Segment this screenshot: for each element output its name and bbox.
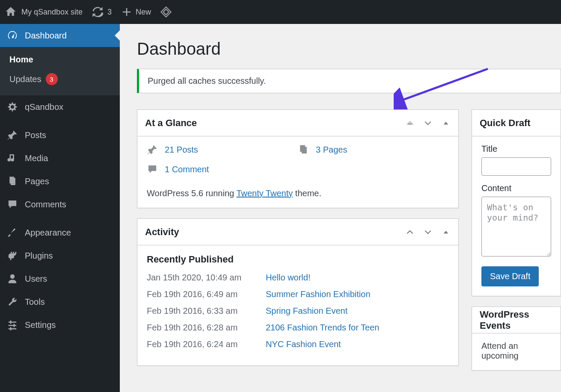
- comment-icon: [147, 164, 160, 175]
- activity-row: Feb 19th 2016, 6:49 am Summer Fashion Ex…: [147, 289, 449, 299]
- adminbar-site-name: My qSandbox site: [21, 8, 83, 17]
- menu-qsandbox[interactable]: qSandbox: [0, 95, 120, 118]
- save-draft-button[interactable]: Save Draft: [481, 266, 539, 286]
- activity-link[interactable]: Spring Fashion Event: [266, 306, 347, 315]
- refresh-icon: [92, 6, 103, 18]
- qd-title-label: Title: [481, 144, 551, 154]
- brush-icon: [7, 227, 18, 238]
- glance-title: At a Glance: [145, 118, 197, 129]
- postbox-quick-draft: Quick Draft Title Content Save Draft: [472, 109, 561, 296]
- activity-link[interactable]: NYC Fashion Event: [266, 339, 341, 349]
- pages-icon: [7, 176, 18, 187]
- quickdraft-title: Quick Draft: [480, 118, 531, 129]
- submenu-home[interactable]: Home: [0, 50, 120, 69]
- menu-dashboard[interactable]: Dashboard: [0, 24, 120, 47]
- activity-link[interactable]: Summer Fashion Exhibition: [266, 289, 371, 299]
- adminbar-refresh-count: 3: [107, 8, 112, 17]
- home-icon: [5, 6, 16, 18]
- wrench-icon: [7, 296, 18, 307]
- page-title: Dashboard: [137, 39, 561, 59]
- menu-pages[interactable]: Pages: [0, 170, 120, 193]
- diamond-icon: [160, 6, 172, 18]
- move-up-button[interactable]: [405, 227, 415, 237]
- postbox-header: Quick Draft: [472, 110, 561, 136]
- activity-row: Feb 19th 2016, 6:33 am Spring Fashion Ev…: [147, 306, 449, 316]
- adminbar-new[interactable]: New: [121, 6, 151, 18]
- admin-bar: My qSandbox site 3 New: [0, 0, 561, 24]
- postbox-header: WordPress Events: [472, 307, 561, 333]
- svg-rect-4: [302, 147, 307, 154]
- toggle-button[interactable]: [441, 227, 451, 237]
- success-notice: Purged all caches successfully.: [137, 69, 561, 93]
- pages-icon: [298, 144, 311, 155]
- menu-settings[interactable]: Settings: [0, 313, 120, 336]
- activity-date: Feb 19th 2016, 6:33 am: [147, 306, 266, 316]
- activity-link[interactable]: 2106 Fashion Trends for Teen: [266, 323, 379, 332]
- theme-link[interactable]: Twenty Twenty: [236, 189, 293, 198]
- glance-pages-link[interactable]: 3 Pages: [316, 145, 347, 155]
- notice-text: Purged all caches successfully.: [148, 76, 266, 85]
- events-text: Attend an upcoming: [481, 341, 551, 361]
- main-content: Dashboard Purged all caches successfully…: [120, 24, 561, 392]
- menu-pages-label: Pages: [25, 177, 49, 186]
- menu-appearance[interactable]: Appearance: [0, 221, 120, 244]
- glance-posts-link[interactable]: 21 Posts: [165, 145, 198, 155]
- move-down-button[interactable]: [423, 118, 433, 128]
- activity-date: Feb 19th 2016, 6:49 am: [147, 289, 266, 299]
- wp-version: WordPress 5.6 running Twenty Twenty them…: [147, 189, 449, 198]
- menu-posts-label: Posts: [25, 130, 46, 140]
- glance-posts: 21 Posts: [147, 144, 298, 155]
- user-icon: [7, 273, 18, 284]
- submenu-dashboard: Home Updates 3: [0, 47, 120, 95]
- glance-pages: 3 Pages: [298, 144, 449, 155]
- glance-comments-link[interactable]: 1 Comment: [165, 165, 209, 174]
- adminbar-litespeed[interactable]: [160, 6, 176, 18]
- menu-media[interactable]: Media: [0, 147, 120, 170]
- menu-posts[interactable]: Posts: [0, 124, 120, 147]
- activity-row: Feb 19th 2016, 6:28 am 2106 Fashion Tren…: [147, 323, 449, 333]
- menu-tools-label: Tools: [25, 297, 45, 307]
- postbox-header: Activity: [137, 219, 458, 245]
- updates-badge: 3: [46, 73, 58, 85]
- dashboard-icon: [7, 30, 18, 41]
- activity-link[interactable]: Hello world!: [266, 273, 310, 282]
- postbox-at-a-glance: At a Glance 21 Posts: [137, 109, 459, 208]
- toggle-button[interactable]: [441, 118, 451, 128]
- menu-appearance-label: Appearance: [25, 228, 71, 238]
- menu-users-label: Users: [25, 274, 47, 284]
- activity-row: Jan 15th 2020, 10:49 am Hello world!: [147, 273, 449, 283]
- menu-qsandbox-label: qSandbox: [25, 102, 63, 112]
- qd-content-textarea[interactable]: [481, 197, 551, 256]
- move-down-button[interactable]: [423, 227, 433, 237]
- adminbar-refresh[interactable]: 3: [92, 6, 112, 18]
- submenu-updates[interactable]: Updates 3: [0, 69, 120, 89]
- move-up-button[interactable]: [405, 118, 415, 128]
- activity-title: Activity: [145, 227, 179, 238]
- plug-icon: [7, 250, 18, 261]
- pin-icon: [147, 144, 160, 155]
- postbox-actions: [405, 118, 451, 128]
- postbox-activity: Activity Recently Published Jan 15th 202…: [137, 218, 459, 366]
- menu-tools[interactable]: Tools: [0, 290, 120, 313]
- comment-icon: [7, 199, 18, 210]
- qd-content-label: Content: [481, 183, 551, 193]
- menu-plugins[interactable]: Plugins: [0, 244, 120, 267]
- events-title: WordPress Events: [480, 309, 553, 331]
- svg-rect-2: [10, 177, 14, 184]
- menu-comments[interactable]: Comments: [0, 193, 120, 216]
- menu-media-label: Media: [25, 153, 48, 163]
- adminbar-site-link[interactable]: My qSandbox site: [5, 6, 83, 18]
- menu-settings-label: Settings: [25, 320, 56, 330]
- adminbar-new-label: New: [136, 8, 151, 17]
- menu-comments-label: Comments: [25, 200, 66, 209]
- activity-row: Feb 19th 2016, 6:24 am NYC Fashion Event: [147, 339, 449, 349]
- pin-icon: [7, 130, 18, 141]
- postbox-header: At a Glance: [137, 110, 458, 136]
- glance-comments: 1 Comment: [147, 164, 298, 175]
- menu-users[interactable]: Users: [0, 267, 120, 290]
- admin-sidebar: Dashboard Home Updates 3 qSandbox Posts …: [0, 24, 120, 392]
- activity-subtitle: Recently Published: [147, 254, 449, 265]
- activity-date: Jan 15th 2020, 10:49 am: [147, 273, 266, 283]
- plus-icon: [121, 6, 132, 18]
- qd-title-input[interactable]: [481, 157, 551, 176]
